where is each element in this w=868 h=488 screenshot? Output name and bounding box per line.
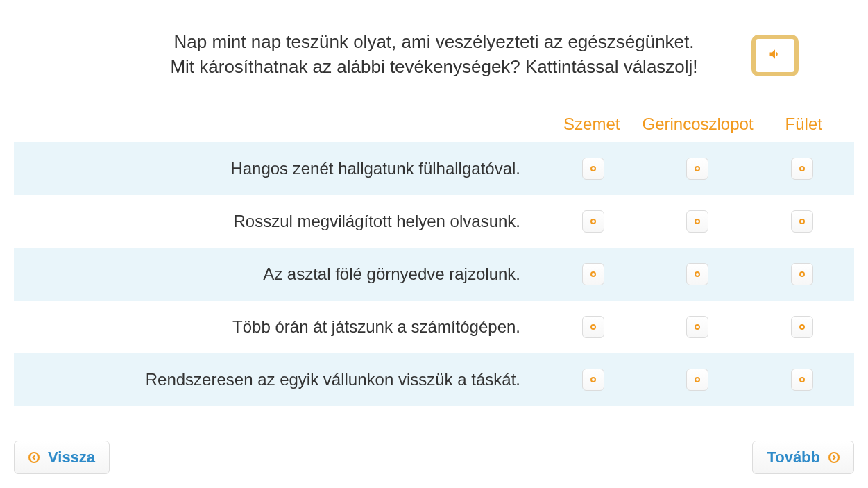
circle-icon [590,324,596,330]
radio-option[interactable] [686,263,708,285]
arrow-left-icon [28,452,40,463]
radio-cell [645,369,749,391]
radio-option[interactable] [582,263,604,285]
next-button[interactable]: Tovább [752,441,854,474]
table-row: Rendszeresen az egyik vállunkon visszük … [14,353,854,406]
table-row: Rosszul megvilágított helyen olvasunk. [14,195,854,248]
radio-option[interactable] [791,263,813,285]
back-button[interactable]: Vissza [14,441,110,474]
radio-option[interactable] [582,158,604,180]
table-row: Az asztal fölé görnyedve rajzolunk. [14,248,854,301]
column-header-1: Szemet [541,115,642,134]
radio-option[interactable] [791,316,813,338]
circle-icon [695,377,700,382]
radio-option[interactable] [686,369,708,391]
circle-icon [590,166,596,171]
radio-cell [750,369,854,391]
row-label-2: Rosszul megvilágított helyen olvasunk. [14,212,541,231]
circle-icon [799,166,805,171]
radio-option[interactable] [686,158,708,180]
back-button-label: Vissza [48,448,95,466]
column-headers: Szemet Gerincoszlopot Fület [14,101,854,142]
circle-icon [695,219,700,224]
circle-icon [590,271,596,277]
row-label-5: Rendszeresen az egyik vállunkon visszük … [14,370,541,389]
radio-option[interactable] [582,210,604,233]
radio-cell [541,210,645,233]
row-label-3: Az asztal fölé görnyedve rajzolunk. [14,264,541,284]
table-row: Hangos zenét hallgatunk fülhallgatóval. [14,142,854,195]
radio-cell [541,158,645,180]
radio-option[interactable] [686,316,708,338]
radio-option[interactable] [791,158,813,180]
radio-cell [645,263,749,285]
audio-play-button[interactable] [751,35,799,76]
radio-option[interactable] [791,210,813,233]
radio-cell [645,158,749,180]
radio-option[interactable] [582,316,604,338]
radio-cell [750,263,854,285]
matrix-table: Szemet Gerincoszlopot Fület Hangos zenét… [0,101,868,427]
circle-icon [799,219,805,224]
radio-cell [541,369,645,391]
radio-cell [541,263,645,285]
row-label-4: Több órán át játszunk a számítógépen. [14,317,541,337]
next-button-label: Tovább [767,448,820,466]
question-text: Nap mint nap teszünk olyat, ami veszélye… [170,29,697,80]
circle-icon [590,377,596,382]
radio-cell [750,210,854,233]
radio-cell [750,316,854,338]
radio-option[interactable] [686,210,708,233]
circle-icon [799,377,805,382]
svg-point-1 [829,453,839,462]
question-line1: Nap mint nap teszünk olyat, ami veszélye… [173,31,694,52]
speaker-icon [768,47,782,64]
circle-icon [695,271,700,277]
main-container: Nap mint nap teszünk olyat, ami veszélye… [0,0,868,488]
radio-cell [541,316,645,338]
circle-icon [799,324,805,330]
radio-cell [645,210,749,233]
circle-icon [590,219,596,224]
question-header: Nap mint nap teszünk olyat, ami veszélye… [0,0,868,101]
circle-icon [695,166,700,171]
radio-cell [750,158,854,180]
radio-option[interactable] [582,369,604,391]
column-header-3: Fület [754,115,854,134]
column-header-2: Gerincoszlopot [642,115,753,134]
row-label-1: Hangos zenét hallgatunk fülhallgatóval. [14,159,541,178]
circle-icon [695,324,700,330]
radio-cell [645,316,749,338]
table-row: Több órán át játszunk a számítógépen. [14,301,854,353]
svg-point-0 [29,453,39,462]
question-line2: Mit károsíthatnak az alábbi tevékenysége… [170,56,697,77]
arrow-right-icon [828,452,840,463]
footer-nav: Vissza Tovább [0,427,868,488]
radio-option[interactable] [791,369,813,391]
circle-icon [799,271,805,277]
